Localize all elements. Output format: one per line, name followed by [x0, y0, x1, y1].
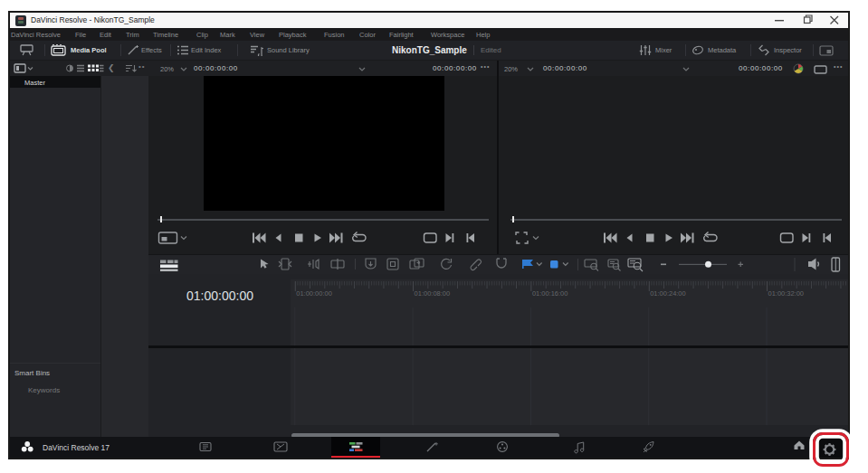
svg-text:01:00:16:00: 01:00:16:00 — [532, 290, 568, 297]
svg-text:DaVinci Resolve 17: DaVinci Resolve 17 — [43, 443, 110, 452]
svg-text:01:00:32:00: 01:00:32:00 — [768, 290, 805, 297]
svg-text:01:00:24:00: 01:00:24:00 — [650, 290, 686, 297]
svg-text:01:00:08:00: 01:00:08:00 — [415, 290, 451, 297]
svg-text:01:00:00:00: 01:00:00:00 — [296, 290, 332, 297]
